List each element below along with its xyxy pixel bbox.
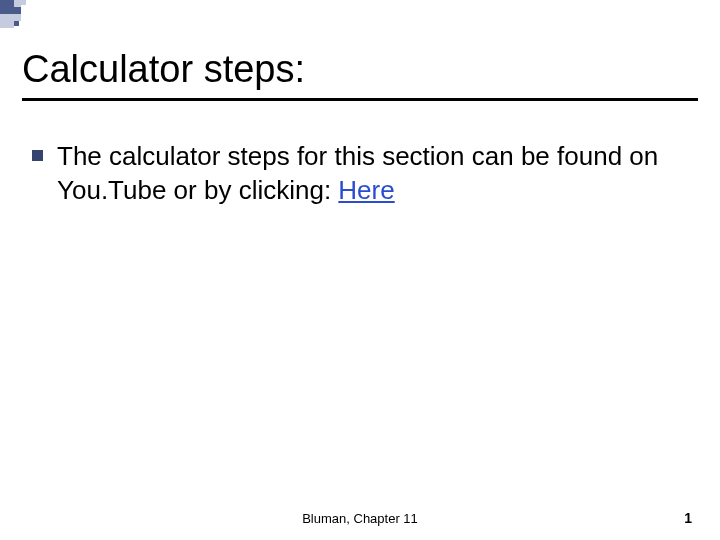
slide-title: Calculator steps:: [22, 48, 305, 91]
corner-decoration: [0, 0, 40, 30]
bullet-item: The calculator steps for this section ca…: [32, 140, 688, 208]
bullet-square-icon: [32, 150, 43, 161]
page-number: 1: [684, 510, 692, 526]
footer-text: Bluman, Chapter 11: [0, 511, 720, 526]
here-link[interactable]: Here: [338, 175, 394, 205]
slide-content: The calculator steps for this section ca…: [32, 140, 688, 208]
title-underline: [22, 98, 698, 101]
bullet-text: The calculator steps for this section ca…: [57, 140, 688, 208]
